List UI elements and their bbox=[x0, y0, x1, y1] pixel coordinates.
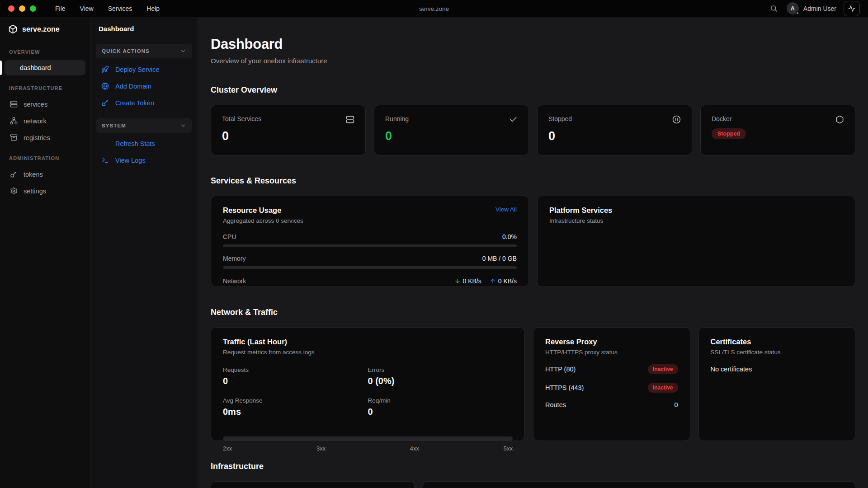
sidebar-item-services[interactable]: services bbox=[5, 96, 85, 112]
menu-help[interactable]: Help bbox=[141, 3, 165, 14]
brand-name: serve.zone bbox=[22, 25, 60, 33]
user-menu[interactable]: A Admin User bbox=[787, 2, 836, 14]
status-code-bar bbox=[223, 436, 513, 441]
stat-label: Req/min bbox=[368, 397, 513, 404]
group-label: QUICK ACTIONS bbox=[102, 48, 150, 54]
sidebar-item-label: tokens bbox=[24, 171, 43, 178]
network-up-value: 0 KB/s bbox=[498, 277, 517, 285]
terminal-icon bbox=[101, 156, 109, 164]
network-down-value: 0 KB/s bbox=[463, 277, 481, 285]
empty-state-text: No certificates bbox=[711, 366, 844, 373]
key-icon bbox=[10, 170, 18, 178]
sidebar-item-label: registries bbox=[24, 134, 50, 141]
bucket-3xx: 3xx bbox=[316, 445, 326, 452]
action-deploy-service[interactable]: Deploy Service bbox=[90, 61, 198, 78]
primary-sidebar: serve.zone OVERVIEW dashboard INFRASTRUC… bbox=[0, 17, 90, 488]
sidebar-item-tokens[interactable]: tokens bbox=[5, 166, 85, 182]
action-view-logs[interactable]: View Logs bbox=[90, 152, 198, 169]
arrow-up-icon bbox=[490, 278, 496, 284]
stat-value: 0 bbox=[222, 129, 354, 143]
stat-label: Stopped bbox=[548, 115, 572, 122]
rocket-icon bbox=[101, 66, 109, 73]
stat-label: Total Services bbox=[222, 115, 261, 122]
stat-label: Avg Response bbox=[223, 397, 368, 404]
card-platform-services: Platform Services Infrastructure status bbox=[537, 196, 855, 287]
activity-icon bbox=[848, 5, 855, 12]
card-docker: Docker Stopped bbox=[700, 105, 855, 155]
group-header-system[interactable]: SYSTEM bbox=[96, 118, 192, 133]
view-all-link[interactable]: View All bbox=[495, 206, 517, 213]
memory-value: 0 MB / 0 GB bbox=[482, 255, 517, 262]
memory-label: Memory bbox=[223, 255, 246, 262]
card-title: Platform Services bbox=[549, 206, 843, 215]
search-icon[interactable] bbox=[768, 3, 779, 14]
chevron-down-icon bbox=[180, 48, 186, 54]
card-quick-actions: Quick Actions Common tasks and shortcuts bbox=[423, 481, 855, 488]
menu-services[interactable]: Services bbox=[103, 3, 138, 14]
card-subtitle: Request metrics from access logs bbox=[223, 349, 513, 356]
stat-label: Requests bbox=[223, 366, 368, 373]
server-icon bbox=[346, 115, 354, 124]
proxy-label: HTTP (80) bbox=[545, 366, 576, 373]
stat-label: Docker bbox=[712, 115, 731, 122]
sidebar-item-label: services bbox=[24, 101, 47, 108]
status-badge: Inactive bbox=[648, 383, 678, 393]
group-header-quick-actions[interactable]: QUICK ACTIONS bbox=[96, 44, 192, 58]
chevron-down-icon bbox=[180, 122, 186, 129]
sidebar-item-registries[interactable]: registries bbox=[5, 130, 85, 145]
activity-button[interactable] bbox=[844, 1, 860, 16]
network-label: Network bbox=[223, 277, 246, 285]
minimize-window-button[interactable] bbox=[19, 5, 25, 12]
brand[interactable]: serve.zone bbox=[0, 17, 90, 40]
stat-label: Running bbox=[385, 115, 409, 122]
window-title: serve.zone bbox=[419, 5, 449, 12]
sidebar-item-label: dashboard bbox=[20, 64, 51, 71]
pause-circle-icon bbox=[672, 115, 681, 124]
globe-icon bbox=[101, 82, 109, 90]
sidebar-item-network[interactable]: network bbox=[5, 113, 85, 129]
action-label: Refresh Stats bbox=[115, 140, 155, 147]
card-title: Traffic (Last Hour) bbox=[223, 338, 513, 346]
check-icon bbox=[509, 115, 518, 124]
traffic-stat-errors: Errors 0 (0%) bbox=[368, 366, 513, 386]
close-window-button[interactable] bbox=[8, 5, 14, 12]
sidebar-item-settings[interactable]: settings bbox=[5, 183, 85, 199]
card-traffic: Traffic (Last Hour) Request metrics from… bbox=[211, 327, 525, 441]
page-subtitle: Overview of your onebox infrastructure bbox=[211, 57, 855, 65]
cube-logo-icon bbox=[8, 24, 18, 34]
card-title: Certificates bbox=[711, 338, 844, 346]
proxy-value: 0 bbox=[674, 401, 678, 408]
action-create-token[interactable]: Create Token bbox=[90, 94, 198, 111]
status-badge: Inactive bbox=[648, 364, 678, 374]
menu-file[interactable]: File bbox=[50, 3, 71, 14]
traffic-stat-avg-response: Avg Response 0ms bbox=[223, 397, 368, 417]
maximize-window-button[interactable] bbox=[30, 5, 36, 12]
user-name: Admin User bbox=[803, 5, 836, 12]
nav-section-administration: ADMINISTRATION bbox=[0, 146, 90, 165]
cpu-progressbar bbox=[223, 244, 517, 247]
archive-icon bbox=[10, 134, 18, 141]
stat-value: 0 bbox=[223, 376, 368, 386]
stat-label: Errors bbox=[368, 366, 513, 373]
action-add-domain[interactable]: Add Domain bbox=[90, 78, 198, 94]
online-status-dot bbox=[796, 11, 799, 15]
sidebar-item-label: network bbox=[24, 117, 47, 125]
card-dns-ssl: DNS & SSL Configuration status bbox=[211, 481, 415, 488]
window-controls bbox=[8, 5, 36, 12]
menu-view[interactable]: View bbox=[75, 3, 99, 14]
stat-value: 0 bbox=[368, 407, 513, 417]
card-title: Reverse Proxy bbox=[545, 338, 678, 346]
stat-value: 0 (0%) bbox=[368, 376, 513, 386]
section-heading-services: Services & Resources bbox=[211, 176, 855, 186]
proxy-row-http: HTTP (80) Inactive bbox=[545, 364, 678, 374]
network-icon bbox=[10, 117, 18, 125]
traffic-stat-requests: Requests 0 bbox=[223, 366, 368, 386]
panel-title: Dashboard bbox=[90, 17, 198, 39]
sidebar-item-dashboard[interactable]: dashboard bbox=[5, 60, 85, 75]
action-refresh-stats[interactable]: Refresh Stats bbox=[90, 136, 198, 152]
cpu-label: CPU bbox=[223, 233, 236, 240]
card-subtitle: Infrastructure status bbox=[549, 217, 843, 224]
gear-icon bbox=[10, 187, 18, 195]
bucket-2xx: 2xx bbox=[223, 445, 232, 452]
bucket-5xx: 5xx bbox=[504, 445, 513, 452]
